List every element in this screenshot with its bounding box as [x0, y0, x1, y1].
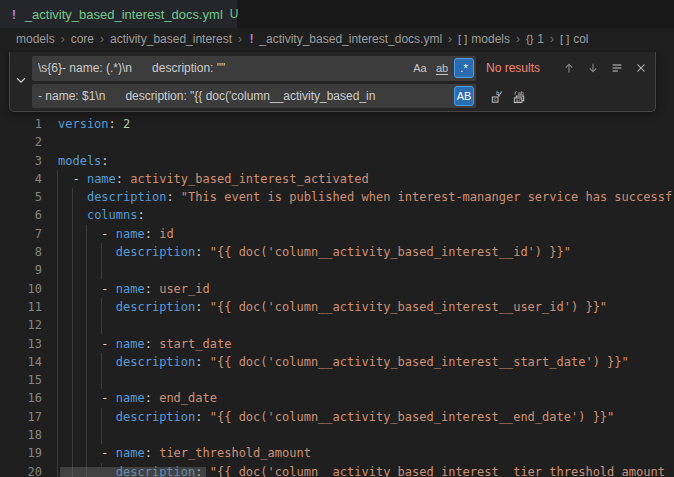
breadcrumb-item-core[interactable]: core: [71, 32, 94, 46]
horizontal-scrollbar[interactable]: [60, 467, 206, 477]
line-number: 14: [0, 353, 42, 371]
code-line[interactable]: description: "{{ doc('column__activity_b…: [58, 243, 674, 261]
breadcrumb-item-models[interactable]: [ ]models: [458, 32, 510, 46]
breadcrumb-separator: ›: [516, 32, 520, 46]
line-number: 5: [0, 188, 42, 206]
preserve-case-button[interactable]: AB: [454, 86, 474, 106]
svg-text:ab: ab: [517, 89, 523, 95]
breadcrumb-label: _activity_based_interest_docs.yml: [259, 32, 442, 46]
find-in-selection-button[interactable]: [606, 57, 628, 79]
code-line[interactable]: - name: end_date: [58, 389, 674, 407]
whole-word-button[interactable]: ab: [432, 58, 452, 78]
code-line[interactable]: - name: tier_threshold_amount: [58, 444, 674, 462]
line-number: 16: [0, 389, 42, 407]
code-line[interactable]: version: 2: [58, 115, 674, 133]
breadcrumb-separator: ›: [448, 32, 452, 46]
breadcrumb-label: models: [16, 32, 55, 46]
line-number: 11: [0, 298, 42, 316]
tab-activity-based-interest-docs[interactable]: ! _activity_based_interest_docs.yml U: [0, 0, 237, 28]
symbol-icon: {}: [526, 33, 533, 45]
chevron-down-icon: [14, 73, 28, 91]
replace-all-button[interactable]: ab ac: [508, 85, 530, 107]
line-number: 12: [0, 316, 42, 334]
line-number: 7: [0, 225, 42, 243]
line-number: 10: [0, 280, 42, 298]
breadcrumb-label: core: [71, 32, 94, 46]
code-line[interactable]: description: "This event is published wh…: [58, 188, 674, 206]
code-line[interactable]: columns:: [58, 206, 674, 224]
symbol-icon: [ ]: [560, 33, 569, 45]
code-line[interactable]: [58, 261, 674, 279]
breadcrumb-item-1[interactable]: {}1: [526, 32, 544, 46]
line-number: 19: [0, 444, 42, 462]
line-number: 20: [0, 463, 42, 477]
editor[interactable]: 1234567891011121314151617181920 version:…: [0, 50, 674, 477]
line-number: 13: [0, 335, 42, 353]
breadcrumb-separator: ›: [61, 32, 65, 46]
find-previous-button[interactable]: [558, 57, 580, 79]
match-case-button[interactable]: Aa: [410, 58, 430, 78]
replace-input[interactable]: [32, 84, 476, 108]
replace-button[interactable]: b c: [486, 85, 508, 107]
code-line[interactable]: [58, 133, 674, 151]
git-status-badge: U: [230, 7, 239, 21]
code-line[interactable]: description: "{{ doc('column__activity_b…: [58, 408, 674, 426]
breadcrumb-label: 1: [537, 32, 544, 46]
code-line[interactable]: - name: activity_based_interest_activate…: [58, 170, 674, 188]
code-line[interactable]: - name: start_date: [58, 335, 674, 353]
code-line[interactable]: [58, 426, 674, 444]
line-number: 3: [0, 152, 42, 170]
breadcrumb-item-activity-based-interest[interactable]: activity_based_interest: [110, 32, 232, 46]
breadcrumb-separator: ›: [100, 32, 104, 46]
find-replace-widget: Aa ab .* No results: [9, 52, 656, 112]
tab-filename: _activity_based_interest_docs.yml: [25, 7, 223, 22]
code-line[interactable]: [58, 316, 674, 334]
svg-text:c: c: [493, 96, 496, 102]
breadcrumb: models›core›activity_based_interest›!_ac…: [0, 28, 674, 50]
line-number: 18: [0, 426, 42, 444]
line-number: 2: [0, 133, 42, 151]
svg-text:ac: ac: [515, 97, 521, 102]
code-lines: version: 2models: - name: activity_based…: [58, 115, 674, 477]
breadcrumb-label: activity_based_interest: [110, 32, 232, 46]
breadcrumb-label: col: [573, 32, 588, 46]
vscode-window: ! _activity_based_interest_docs.yml U mo…: [0, 0, 674, 477]
regex-button[interactable]: .*: [454, 58, 474, 78]
close-find-widget-button[interactable]: [630, 57, 652, 79]
yaml-file-icon: !: [248, 32, 255, 46]
find-results-status: No results: [486, 61, 556, 75]
line-number: 9: [0, 261, 42, 279]
toggle-replace-button[interactable]: [10, 52, 32, 111]
breadcrumb-label: models: [471, 32, 510, 46]
breadcrumb-item-activity-based-interest-docs-yml[interactable]: !_activity_based_interest_docs.yml: [248, 32, 442, 46]
line-number: 4: [0, 170, 42, 188]
line-number: 1: [0, 115, 42, 133]
line-number: 8: [0, 243, 42, 261]
line-number: 6: [0, 206, 42, 224]
code-line[interactable]: - name: id: [58, 225, 674, 243]
code-line[interactable]: description: "{{ doc('column__activity_b…: [58, 353, 674, 371]
find-next-button[interactable]: [582, 57, 604, 79]
yaml-file-icon: !: [10, 7, 18, 22]
code-line[interactable]: description: "{{ doc('column__activity_b…: [58, 298, 674, 316]
breadcrumb-separator: ›: [238, 32, 242, 46]
breadcrumb-item-col[interactable]: [ ]col: [560, 32, 589, 46]
line-number: 15: [0, 371, 42, 389]
breadcrumb-separator: ›: [550, 32, 554, 46]
code-line[interactable]: models:: [58, 152, 674, 170]
breadcrumb-item-models[interactable]: models: [16, 32, 55, 46]
code-line[interactable]: - name: user_id: [58, 280, 674, 298]
gutter: 1234567891011121314151617181920: [0, 115, 42, 477]
tab-bar: ! _activity_based_interest_docs.yml U: [0, 0, 674, 28]
code-line[interactable]: [58, 371, 674, 389]
symbol-icon: [ ]: [458, 33, 467, 45]
line-number: 17: [0, 408, 42, 426]
